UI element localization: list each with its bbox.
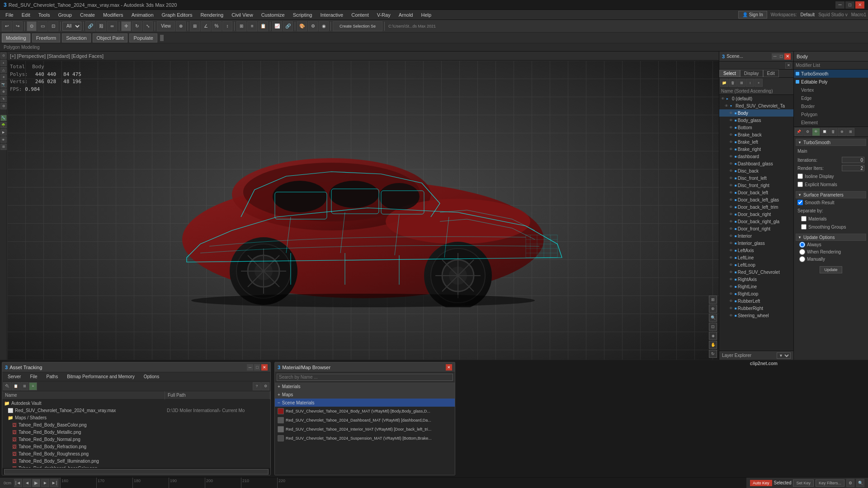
render-button[interactable]: ◉ — [319, 21, 329, 31]
scene-item-tahoe-root[interactable]: 👁 ▾ Red_SUV_Chevrolet_Ta — [719, 102, 793, 109]
menu-animation[interactable]: Animation — [128, 10, 157, 19]
select-region-button[interactable]: ▭ — [38, 21, 47, 31]
explicit-normals-checkbox[interactable] — [797, 182, 803, 187]
layer-manager-button[interactable]: 📋 — [258, 21, 268, 31]
scene-close-button[interactable]: ✕ — [785, 62, 792, 69]
menu-graph-editors[interactable]: Graph Editors — [158, 10, 196, 19]
scene-item-door-back-left-glas[interactable]: 👁 ■ Door_back_left_glas — [719, 196, 793, 203]
scene-item-dashboard[interactable]: 👁 ■ dashboard — [719, 153, 793, 160]
reference-coord-dropdown[interactable]: View — [157, 21, 175, 31]
smoothing-groups-checkbox[interactable] — [801, 224, 807, 230]
menu-edit[interactable]: Edit — [18, 10, 34, 19]
percent-snap-button[interactable]: % — [212, 21, 222, 31]
scene-item-door-back-left[interactable]: 👁 ■ Door_back_left — [719, 189, 793, 196]
asset-row-max-file[interactable]: ⬜ Red_SUV_Chevrolet_Tahoe_2024_max_vray.… — [2, 407, 270, 414]
scene-sort-button[interactable]: ↕ — [746, 79, 754, 87]
next-frame-button[interactable]: ► — [41, 479, 49, 487]
render-iters-input[interactable] — [842, 165, 864, 171]
bind-space-warp[interactable]: ∞ — [107, 21, 117, 31]
prev-frame-button[interactable]: ◄ — [23, 479, 31, 487]
menu-modifiers[interactable]: Modifiers — [99, 10, 127, 19]
asset-row-base-color[interactable]: 🖼 Tahoe_Red_Body_BaseColor.png — [2, 421, 270, 428]
shapes-icon[interactable]: △ — [0, 67, 7, 73]
modifier-sub-vertex[interactable]: Vertex — [794, 86, 868, 94]
scene-select-tab[interactable]: Select — [719, 70, 740, 77]
iterations-input[interactable] — [842, 157, 864, 163]
asset-name-column-header[interactable]: Name — [2, 391, 165, 399]
select-object-icon[interactable]: ⊙ — [0, 52, 7, 59]
maximize-button[interactable]: □ — [845, 1, 854, 9]
modifier-editable-poly[interactable]: Editable Poly — [794, 78, 868, 86]
spinner-snap-button[interactable]: ↕ — [222, 21, 232, 31]
scene-object-list[interactable]: 👁 ▸ 0 (default) 👁 ▾ Red_SUV_Chevrolet_Ta… — [719, 95, 793, 351]
scene-panel-maximize[interactable]: □ — [778, 53, 784, 60]
align-button[interactable]: ≡ — [247, 21, 257, 31]
modifier-sub-edge[interactable]: Edge — [794, 94, 868, 102]
viewport-canvas[interactable]: Total Body Polys: 440 440 84 475 Verts: … — [7, 61, 719, 360]
utilities-panel-icon[interactable]: ⊞ — [0, 144, 7, 150]
make-unique-button[interactable]: ⊕ — [838, 128, 846, 136]
modeling-tab[interactable]: Modeling — [2, 33, 30, 42]
scene-delete-button[interactable]: 🗑 — [729, 79, 737, 87]
object-paint-tab[interactable]: Object Paint — [93, 33, 128, 42]
scene-item-brake-back[interactable]: 👁 ■ Brake_back — [719, 131, 793, 138]
isoline-checkbox[interactable] — [797, 174, 803, 179]
menu-civil-view[interactable]: Civil View — [228, 10, 256, 19]
undo-button[interactable]: ↩ — [2, 21, 12, 31]
layer-dropdown[interactable]: ▼ — [777, 352, 791, 359]
scene-panel-minimize[interactable]: ─ — [772, 53, 778, 60]
menu-rendering[interactable]: Rendering — [197, 10, 227, 19]
lights-icon[interactable]: ☀ — [0, 74, 7, 80]
asset-row-vault[interactable]: 📁 Autodesk Vault — [2, 399, 270, 407]
delete-modifier-button[interactable]: 🗑 — [829, 128, 837, 136]
modifier-sub-element[interactable]: Element — [794, 118, 868, 127]
timeline-track[interactable]: 160 170 180 190 200 210 220 — [60, 478, 746, 488]
scene-item-door-back-right-gla[interactable]: 👁 ■ Door_back_right_gla — [719, 218, 793, 225]
material-editor-button[interactable]: 🎨 — [297, 21, 307, 31]
scene-item-brake-right[interactable]: 👁 ■ Brake_right — [719, 145, 793, 153]
pan-button[interactable]: ✋ — [709, 341, 717, 349]
asset-file-list[interactable]: 📁 Autodesk Vault ⬜ Red_SUV_Chevrolet_Tah… — [2, 399, 270, 468]
link-button[interactable]: 🔗 — [85, 21, 95, 31]
asset-row-normal[interactable]: 🖼 Tahoe_Red_Body_Normal.png — [2, 436, 270, 443]
asset-path-column-header[interactable]: Full Path — [165, 391, 270, 399]
display-panel-icon[interactable]: 👁 — [0, 136, 7, 143]
mirror-button[interactable]: ⊞ — [236, 21, 246, 31]
freeform-tab[interactable]: Freeform — [32, 33, 61, 42]
scene-item-leftloop[interactable]: 👁 ■ LeftLoop — [719, 261, 793, 268]
scene-item-body[interactable]: 👁 ■ Body — [719, 109, 793, 117]
menu-content[interactable]: Content — [348, 10, 373, 19]
snaps-toggle-button[interactable]: ⊞ — [190, 21, 200, 31]
material-search-input[interactable] — [277, 374, 453, 381]
use-pivot-button[interactable]: ⊕ — [176, 21, 186, 31]
scene-item-leftaxis[interactable]: 👁 ■ LeftAxis — [719, 247, 793, 254]
zoom-button[interactable]: 🔍 — [709, 314, 717, 322]
menu-group[interactable]: Group — [54, 10, 75, 19]
material-item-body[interactable]: Red_SUV_Chevrolet_Tahoe_2024_Body_MAT (V… — [275, 407, 455, 416]
asset-row-dashboard-base[interactable]: 🖼 Tahoe_Red_dashboard_baseColor.png — [2, 465, 270, 468]
menu-file[interactable]: File — [2, 10, 17, 19]
asset-minimize-button[interactable]: ─ — [247, 364, 253, 371]
scene-item-disc-back[interactable]: 👁 ■ Disc_back — [719, 167, 793, 174]
select-move-button[interactable]: ✛ — [121, 21, 131, 31]
orbit-button[interactable]: ↻ — [709, 350, 717, 358]
scene-item-door-front-right[interactable]: 👁 ■ Door_front_right — [719, 225, 793, 232]
perspective-nav-button[interactable]: ⊕ — [709, 305, 717, 313]
configure-modifier-sets-button[interactable]: ⚙ — [803, 128, 811, 136]
menu-arnold[interactable]: Arnold — [395, 10, 417, 19]
unlink-button[interactable]: ⛓ — [96, 21, 106, 31]
scene-item-steering-wheel[interactable]: 👁 ■ Steering_wheel — [719, 312, 793, 319]
window-crossing-button[interactable]: ⊡ — [48, 21, 58, 31]
asset-row-maps-shaders[interactable]: 📁 Maps / Shaders — [2, 414, 270, 421]
scene-item-interior[interactable]: 👁 ■ Interior — [719, 232, 793, 239]
maximize-viewport-button[interactable]: ⊞ — [709, 296, 717, 304]
asset-tool-1[interactable]: 🔌 — [3, 382, 11, 390]
scene-filter-button[interactable]: ⊞ — [737, 79, 745, 87]
when-rendering-radio[interactable] — [799, 249, 805, 255]
menu-customize[interactable]: Customize — [258, 10, 288, 19]
asset-tool-4[interactable]: ≡ — [29, 382, 37, 390]
modifier-sub-border[interactable]: Border — [794, 102, 868, 110]
scene-item-rightline[interactable]: 👁 ■ RightLine — [719, 283, 793, 290]
render-setup-button[interactable]: ⚙ — [308, 21, 318, 31]
close-button[interactable]: ✕ — [855, 1, 864, 9]
